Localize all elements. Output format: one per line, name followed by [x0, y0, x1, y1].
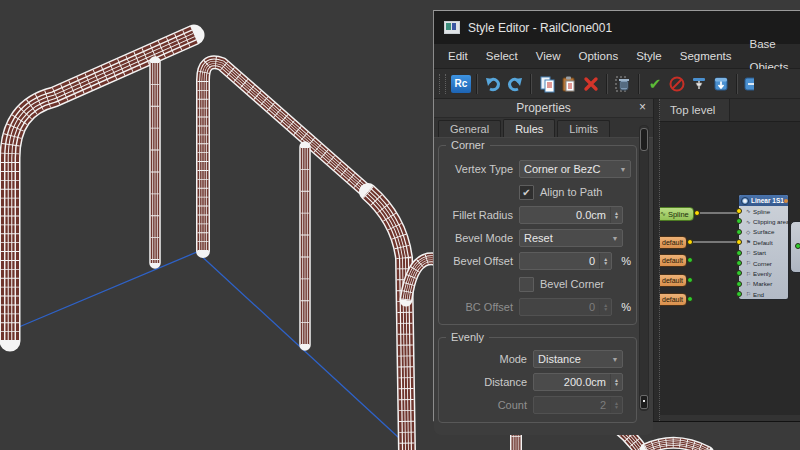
window-title: Style Editor - RailClone001	[468, 21, 612, 35]
generator-output-port[interactable]	[795, 243, 800, 249]
input-icon: ⚐	[746, 281, 753, 287]
evenly-group: Evenly Mode Distance ▼ Distance 200.0cm …	[438, 337, 637, 423]
input-icon: ⚐	[746, 271, 753, 277]
properties-tabs: General Rules Limits	[434, 118, 653, 137]
chevron-down-icon: ▼	[608, 356, 622, 363]
paste-icon[interactable]	[558, 73, 580, 95]
import-style-icon[interactable]	[710, 73, 732, 95]
toolbar-grip[interactable]	[439, 74, 446, 94]
copy-icon[interactable]	[536, 73, 558, 95]
input-port[interactable]	[736, 281, 742, 287]
generator-input-row[interactable]: ◇Surface	[739, 227, 788, 237]
bc-offset-unit: %	[621, 301, 631, 313]
segment-output-port[interactable]	[687, 296, 693, 302]
toolbar-separator	[530, 74, 532, 94]
menu-segments[interactable]: Segments	[671, 45, 741, 68]
properties-scrollbar[interactable]	[639, 125, 649, 411]
vertex-type-dropdown[interactable]: Corner or BezC ▼	[519, 160, 631, 178]
tab-limits[interactable]: Limits	[557, 120, 610, 137]
undo-icon[interactable]	[482, 73, 504, 95]
input-port[interactable]	[736, 250, 742, 256]
menu-view[interactable]: View	[527, 45, 570, 68]
pin-top-icon[interactable]	[688, 73, 710, 95]
tab-general[interactable]: General	[438, 120, 501, 137]
generator-input-row[interactable]: ⚐Corner	[739, 258, 788, 268]
input-label: Marker	[753, 280, 772, 287]
input-label: Surface	[753, 228, 774, 235]
evenly-mode-dropdown[interactable]: Distance ▼	[533, 350, 623, 368]
generator-input-row[interactable]: ⚐Marker	[739, 279, 788, 289]
menu-edit[interactable]: Edit	[439, 45, 477, 68]
linear-generator-node[interactable]: Linear 1S1 ∿Spline∿Clipping area◇Surface…	[738, 194, 789, 300]
properties-panel-header[interactable]: Properties ×	[434, 99, 653, 118]
spinner-arrows-icon[interactable]: ▲▼	[610, 207, 622, 223]
input-icon: ∿	[746, 219, 753, 225]
redo-icon[interactable]	[504, 73, 526, 95]
generator-inputs: ∿Spline∿Clipping area◇Surface⚑Default⚐St…	[739, 206, 788, 300]
window-app-icon	[444, 21, 460, 34]
toolbar: Rc ✔	[434, 69, 800, 99]
bevel-mode-dropdown[interactable]: Reset ▼	[519, 229, 623, 247]
node-canvas[interactable]: ∿ Spline default default default	[660, 122, 800, 415]
spinner-arrows-icon: ▲▼	[599, 299, 611, 315]
input-icon: ⚐	[746, 260, 753, 266]
toolbar-separator	[606, 74, 608, 94]
input-port[interactable]	[736, 208, 742, 214]
default-segment-node[interactable]: default	[660, 254, 687, 267]
screenshot-root: { "window": { "title": "Style Editor - R…	[0, 0, 800, 450]
bevel-corner-label: Bevel Corner	[540, 278, 604, 290]
scrollbar-thumb[interactable]	[640, 128, 648, 151]
bevel-corner-checkbox[interactable]	[519, 277, 534, 292]
default-segment-node[interactable]: default	[660, 236, 687, 249]
scrollbar-button[interactable]	[640, 395, 648, 409]
bevel-offset-label: Bevel Offset	[443, 255, 513, 267]
fillet-radius-spinner[interactable]: 0.0cm ▲▼	[519, 206, 623, 224]
fillet-radius-label: Fillet Radius	[443, 209, 513, 221]
segment-output-port[interactable]	[687, 277, 693, 283]
align-to-path-checkbox[interactable]: ✔	[519, 185, 534, 200]
spline-source-node[interactable]: ∿ Spline	[660, 207, 694, 221]
generator-input-row[interactable]: ⚐Start	[739, 248, 788, 258]
input-label: Default	[753, 239, 773, 246]
bevel-offset-spinner[interactable]: 0 ▲▼	[519, 252, 612, 270]
generator-input-row[interactable]: ⚑Default	[739, 237, 788, 247]
generator-input-row[interactable]: ⚐End	[739, 289, 788, 299]
clipped-toolbar-icon[interactable]	[742, 73, 754, 95]
generator-input-row[interactable]: ∿Clipping area	[739, 216, 788, 226]
input-port[interactable]	[736, 270, 742, 276]
spinner-arrows-icon[interactable]: ▲▼	[610, 374, 622, 390]
input-label: Start	[753, 249, 766, 256]
menu-style[interactable]: Style	[627, 45, 671, 68]
generator-input-row[interactable]: ∿Spline	[739, 206, 788, 216]
menu-select[interactable]: Select	[477, 45, 527, 68]
evenly-distance-spinner[interactable]: 200.0cm ▲▼	[533, 373, 623, 391]
purge-unused-icon[interactable]	[612, 73, 634, 95]
disable-style-icon[interactable]	[666, 73, 688, 95]
verify-style-icon[interactable]: ✔	[644, 73, 666, 95]
generator-node-header[interactable]: Linear 1S1	[739, 195, 788, 206]
panel-splitter[interactable]	[653, 99, 660, 421]
tab-top-level[interactable]: Top level	[660, 99, 730, 121]
default-segment-node[interactable]: default	[660, 293, 687, 306]
tab-rules[interactable]: Rules	[503, 119, 555, 137]
railclone-logo-icon[interactable]: Rc	[450, 73, 472, 95]
input-icon: ⚑	[746, 239, 753, 245]
node-pin-icon[interactable]	[784, 199, 788, 203]
segment-output-port[interactable]	[687, 239, 693, 245]
input-port[interactable]	[736, 218, 742, 224]
input-port[interactable]	[736, 260, 742, 266]
delete-icon[interactable]	[580, 73, 602, 95]
input-port[interactable]	[736, 291, 742, 297]
segment-output-port[interactable]	[687, 257, 693, 263]
input-label: Clipping area	[753, 218, 789, 225]
generator-input-row[interactable]: ⚐Evenly	[739, 268, 788, 278]
input-icon: ◇	[746, 229, 753, 235]
input-port[interactable]	[736, 229, 742, 235]
spline-output-port[interactable]	[694, 210, 700, 216]
spinner-arrows-icon[interactable]: ▲▼	[599, 253, 611, 269]
input-port[interactable]	[736, 239, 742, 245]
menu-options[interactable]: Options	[570, 45, 628, 68]
toolbar-separator	[736, 74, 738, 94]
close-icon[interactable]: ×	[639, 101, 646, 113]
default-segment-node[interactable]: default	[660, 274, 687, 287]
